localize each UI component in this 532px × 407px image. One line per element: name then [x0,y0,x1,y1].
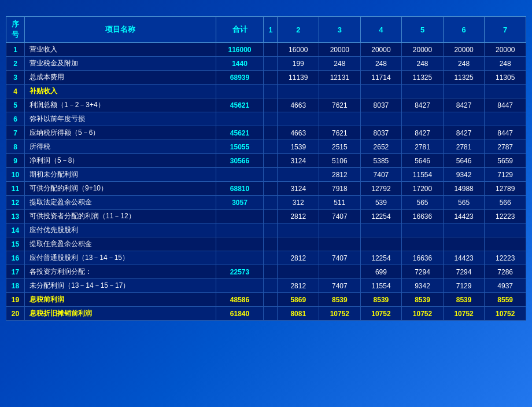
row-value: 68939 [216,71,264,85]
row-value [278,85,319,98]
row-value: 2515 [319,140,361,154]
row-name: 息税前利润 [25,293,216,307]
row-value [264,251,278,265]
page-container: 序号 项目名称 合计 1 2 3 4 5 6 7 1营业收入1160001600… [0,0,532,407]
row-value: 8037 [360,126,402,140]
row-value: 48586 [216,293,264,307]
row-value: 7407 [360,168,402,182]
row-id: 3 [6,71,25,85]
row-value: 68810 [216,182,264,196]
row-value: 45621 [216,98,264,112]
row-value [216,237,264,251]
table-row: 4补贴收入 [6,85,526,98]
row-value: 10752 [443,307,485,321]
row-value: 539 [360,196,402,210]
row-value: 4663 [278,126,319,140]
row-name: 营业税金及附加 [25,57,216,71]
row-value: 30566 [216,154,264,168]
row-value: 8539 [360,293,402,307]
row-value: 8447 [485,126,526,140]
row-value: 5646 [402,154,444,168]
row-value: 1440 [216,57,264,71]
row-value: 20000 [319,43,361,57]
page-title [6,6,526,16]
row-value [264,154,278,168]
row-value: 565 [443,196,485,210]
row-value: 312 [278,196,319,210]
row-value: 5869 [278,293,319,307]
row-value: 8447 [485,98,526,112]
row-value: 16000 [278,43,319,57]
row-value: 7294 [402,265,444,279]
row-value: 11325 [402,71,444,85]
row-name: 提取任意盈余公积金 [25,237,216,251]
row-value: 10752 [360,307,402,321]
row-value: 7129 [443,279,485,293]
row-id: 13 [6,210,25,223]
row-value [402,112,444,126]
row-name: 提取法定盈余公积金 [25,196,216,210]
row-value: 45621 [216,126,264,140]
row-value: 2812 [278,251,319,265]
header-c1: 1 [264,17,278,43]
row-id: 11 [6,182,25,196]
row-value: 61840 [216,307,264,321]
row-value: 4663 [278,98,319,112]
row-value [216,251,264,265]
row-value: 11305 [485,71,526,85]
row-value [264,196,278,210]
table-row: 14应付优先股股利 [6,223,526,237]
row-value: 565 [402,196,444,210]
table-row: 17各投资方利润分配：22573699729472947286 [6,265,526,279]
row-value [278,237,319,251]
row-value: 8427 [443,126,485,140]
row-value: 8539 [443,293,485,307]
row-value: 9342 [402,279,444,293]
table-row: 10期初未分配利润281274071155493427129 [6,168,526,182]
row-name: 营业收入 [25,43,216,57]
row-value: 2812 [278,279,319,293]
row-value: 11554 [402,168,444,182]
row-value: 248 [485,57,526,71]
row-value [264,112,278,126]
row-value [278,265,319,279]
row-value [319,265,361,279]
table-row: 8所得税15055153925152652278127812787 [6,140,526,154]
row-value: 15055 [216,140,264,154]
row-name: 补贴收入 [25,85,216,98]
row-value: 12223 [485,210,526,223]
table-row: 11可供分配的利润（9+10）6881031247918127921720014… [6,182,526,196]
row-value: 14423 [443,210,485,223]
table-row: 9净利润（5－8）30566312451065385564656465659 [6,154,526,168]
row-value: 8427 [402,126,444,140]
row-value: 8539 [402,293,444,307]
row-value: 7621 [319,98,361,112]
row-id: 20 [6,307,25,321]
row-value [319,223,361,237]
row-value: 11325 [443,71,485,85]
row-value: 12131 [319,71,361,85]
table-wrapper: 序号 项目名称 合计 1 2 3 4 5 6 7 1营业收入1160001600… [6,16,526,321]
row-id: 16 [6,251,25,265]
row-name: 期初未分配利润 [25,168,216,182]
row-value: 12223 [485,251,526,265]
row-value [278,112,319,126]
row-value: 20000 [443,43,485,57]
row-value: 20000 [485,43,526,57]
row-id: 4 [6,85,25,98]
row-value: 248 [443,57,485,71]
row-value: 8559 [485,293,526,307]
row-value: 8081 [278,307,319,321]
row-name: 可供分配的利润（9+10） [25,182,216,196]
table-row: 16应付普通股股利（13－14－15）281274071225416636144… [6,251,526,265]
row-value [216,168,264,182]
row-value [264,307,278,321]
row-value: 7407 [319,251,361,265]
row-id: 5 [6,98,25,112]
row-id: 12 [6,196,25,210]
row-value: 12792 [360,182,402,196]
row-value [216,85,264,98]
table-row: 19息税前利润48586586985398539853985398559 [6,293,526,307]
main-table: 序号 项目名称 合计 1 2 3 4 5 6 7 1营业收入1160001600… [6,16,526,321]
row-value: 566 [485,196,526,210]
